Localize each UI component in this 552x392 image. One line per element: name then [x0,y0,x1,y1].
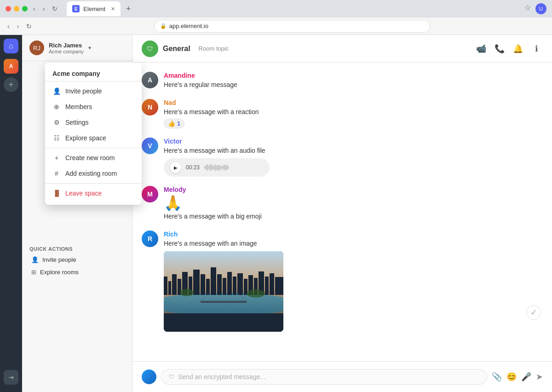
browser-user-avatar[interactable]: U [535,3,546,14]
space-menu-item-create-room[interactable]: + Create new room [45,150,142,166]
minimize-window-button[interactable] [14,6,19,12]
svg-rect-14 [227,272,232,295]
sidebar-header: RJ Rich James Acme company ▾ [22,35,132,61]
svg-rect-11 [211,267,216,295]
sender-name-rich: Rich [164,231,543,238]
svg-rect-23 [275,277,283,295]
message-nad: N Nad Here's a message with a reaction 👍… [142,99,543,128]
close-window-button[interactable] [6,6,11,12]
bookmark-icon[interactable]: ☆ [524,3,531,14]
message-amandine: A Amandine Here's a regular message [142,72,543,90]
svg-rect-16 [237,273,243,295]
create-room-label: Create new room [65,154,115,161]
tab-favicon: E [72,5,80,12]
voice-message-button[interactable]: 🎤 [521,372,531,382]
address-bar[interactable]: 🔒 app.element.io [154,20,430,33]
space-menu-item-leave-space[interactable]: 🚪 Leave space [45,185,142,201]
space-menu-divider [45,81,142,81]
space-menu-item-add-room[interactable]: # Add existing room [45,166,142,181]
leave-space-label: Leave space [65,190,102,197]
svg-rect-21 [265,277,269,295]
browser-tab[interactable]: E Element ✕ [67,1,121,16]
message-content-rich: Rich Here's a message with an image [164,231,543,332]
sender-name-amandine: Amandine [164,72,543,79]
play-button[interactable]: ▶ [170,162,181,173]
attachment-button[interactable]: 📎 [492,372,502,382]
browser-titlebar: ‹ › ↻ E Element ✕ + ☆ U [0,0,552,17]
new-tab-button[interactable]: + [126,4,131,14]
svg-point-27 [180,289,194,296]
space-menu-item-explore-space[interactable]: ☷ Explore space [45,130,142,146]
avatar-amandine: A [142,72,158,88]
leave-button[interactable]: ⇥ [4,370,18,385]
add-room-icon: # [52,169,61,178]
user-avatar: RJ [29,40,44,55]
send-button[interactable]: ➤ [536,372,543,382]
message-input-placeholder: Send an encrypted message... [178,373,479,380]
quick-actions-title: Quick actions [22,246,132,254]
input-user-avatar [142,369,156,384]
settings-label: Settings [65,119,89,126]
message-input-box[interactable]: 🛡 Send an encrypted message... [161,369,487,385]
sidebar-item-explore-rooms[interactable]: ⊞ Explore rooms [24,266,130,278]
maximize-window-button[interactable] [22,6,28,12]
left-sidebar: RJ Rich James Acme company ▾ Acme compan… [22,35,132,392]
chat-header-left: 🛡 General Room topic [142,40,229,57]
wave-bar [211,165,212,170]
wave-bar [218,165,219,171]
sender-name-melody: Melody [164,186,543,193]
messages-area: A Amandine Here's a regular message N Na… [132,63,552,361]
message-victor: V Victor Here's a message with an audio … [142,138,543,177]
message-text-amandine: Here's a regular message [164,80,543,90]
invite-people-label: Invite people [65,87,102,95]
avatar-melody: M [142,186,158,202]
wave-bar [206,165,207,170]
scroll-to-bottom-button[interactable]: ✓ [526,305,541,320]
space-menu-dropdown: Acme company 👤 Invite people ⊕ Members ⚙… [45,63,142,205]
chat-header: 🛡 General Room topic 📹 📞 🔔 ℹ [132,35,552,63]
sidebar-user[interactable]: RJ Rich James Acme company ▾ [29,40,91,55]
notifications-button[interactable]: 🔔 [512,42,524,55]
url-text: app.element.io [169,23,208,29]
message-content-nad: Nad Here's a message with a reaction 👍 1 [164,99,543,128]
message-rich: R Rich Here's a message with an image [142,231,543,332]
sidebar-item-invite-people[interactable]: 👤 Invite people [24,254,130,266]
leave-space-icon: 🚪 [52,189,61,197]
video-call-button[interactable]: 📹 [475,42,488,55]
add-space-button[interactable]: + [4,77,18,92]
favicon-letter: E [75,6,78,12]
avatar-rich: R [142,231,158,247]
toolbar-forward-button[interactable]: › [15,22,21,31]
svg-rect-10 [206,279,210,295]
reaction-nad[interactable]: 👍 1 [164,119,184,128]
input-shield-icon: 🛡 [169,374,174,380]
svg-rect-2 [164,277,167,295]
space-menu-item-invite-people[interactable]: 👤 Invite people [45,83,142,99]
explore-rooms-icon: ⊞ [31,269,36,276]
svg-rect-22 [270,273,274,295]
room-info-button[interactable]: ℹ [530,42,543,55]
home-button[interactable]: ⌂ [4,39,18,53]
toolbar-refresh-button[interactable]: ↻ [24,22,34,31]
browser-toolbar: ‹ › ↻ 🔒 app.element.io [0,17,552,35]
tab-close-button[interactable]: ✕ [111,6,115,12]
space-menu-item-members[interactable]: ⊕ Members [45,99,142,115]
voice-call-button[interactable]: 📞 [493,42,506,55]
space-menu-divider-2 [45,148,142,148]
sidebar-content: Quick actions 👤 Invite people ⊞ Explore … [22,241,132,392]
create-room-icon: + [52,154,61,162]
main-chat: 🛡 General Room topic 📹 📞 🔔 ℹ A Amandine … [132,35,552,392]
home-icon: ⌂ [9,42,13,50]
user-org: Acme company [49,49,84,54]
emoji-button[interactable]: 😊 [506,372,517,382]
toolbar-back-button[interactable]: ‹ [6,22,12,31]
forward-button[interactable]: › [41,4,47,13]
space-avatar[interactable]: A [4,59,18,74]
wave-bar [228,166,229,169]
back-button[interactable]: ‹ [31,4,37,13]
space-menu-item-settings[interactable]: ⚙ Settings [45,115,142,130]
wave-bar [207,164,208,171]
svg-rect-3 [168,281,171,295]
wave-bar [222,166,223,169]
refresh-button[interactable]: ↻ [50,4,59,13]
